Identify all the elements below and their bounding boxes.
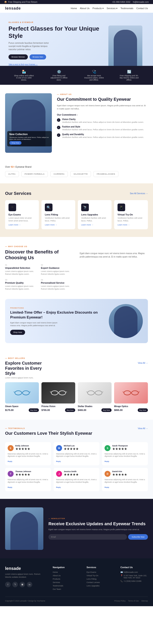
brand-power[interactable]: POWER FORMULA — [22, 171, 48, 177]
testimonial-3: S Sarah Thompson ★★★★★ Maecenas adipisci… — [102, 442, 148, 466]
new-collection-badge: New Collection Vestibulum facilisis veli… — [7, 131, 52, 146]
footer-brand: lensade Lorem viverra agique lorem nunc.… — [5, 566, 46, 592]
newsletter-title: Receive Exclusive Updates and Eyewear Tr… — [48, 521, 148, 526]
footer-nav-services[interactable]: Services — [53, 581, 80, 584]
nav-contact[interactable]: Contact Us — [136, 7, 148, 10]
browse-women-button[interactable]: Browse Women — [8, 54, 28, 60]
newsletter-email-input[interactable] — [48, 534, 127, 540]
terms-link[interactable]: Terms of Use — [128, 600, 139, 602]
footer-service-tryon[interactable]: Virtual Try-On — [86, 574, 114, 577]
nav-logo[interactable]: lensade — [5, 6, 21, 10]
brand-silhouette[interactable]: SILHOUETTE — [70, 171, 91, 177]
nav-home[interactable]: Home — [71, 7, 77, 10]
browse-men-button[interactable]: Browse Men — [30, 54, 46, 60]
view-all-bestsellers[interactable]: View All → — [138, 362, 148, 364]
buy-now-button-4[interactable]: Buy Now — [138, 408, 148, 412]
footer-bottom-links: Privacy Policy Terms of Use Sitemap — [114, 600, 148, 602]
reply-link-6[interactable]: Reply — [104, 486, 109, 488]
shop-now-button[interactable]: Shop Now — [9, 141, 22, 145]
brand-carrera[interactable]: CARRERA — [50, 171, 68, 177]
svg-line-14 — [102, 392, 103, 392]
testimonial-2: M Michael Lee ★★★★★ Maecenas adipiscing … — [54, 442, 100, 466]
learn-more-4[interactable]: Learn more → — [118, 224, 144, 226]
social-icons: f 𝕏 ▣ in — [5, 582, 46, 587]
product-name-2: Prisma Vision — [42, 405, 75, 408]
footer-nav-about[interactable]: About Us — [53, 574, 80, 577]
footer-nav-testimonials[interactable]: Testimonials — [53, 585, 80, 587]
glasses-svg-2 — [50, 390, 67, 396]
learn-more-3[interactable]: Learn more → — [81, 224, 108, 226]
svg-point-16 — [132, 391, 138, 395]
service-card-3[interactable]: 🔭 Lens Upgrades Vestibulum facilisis vel… — [78, 200, 112, 229]
nav-about[interactable]: About Us — [80, 7, 90, 10]
buy-now-button-3[interactable]: Buy Now — [101, 408, 112, 412]
testimonials-section: Testimonials Our Customers Love Their St… — [0, 420, 153, 499]
footer-nav-team[interactable]: Our Team — [53, 588, 80, 590]
sitemap-link[interactable]: Sitemap — [141, 600, 148, 602]
footer-logo[interactable]: lensade — [5, 566, 46, 571]
testimonial-6: D Daniel Kim ★★★★★ Maecenas adipiscing v… — [102, 468, 148, 491]
footer-nav-home[interactable]: Home — [53, 571, 80, 573]
new-collection-desc: Vestibulum facilisis velit amet lacus. P… — [9, 136, 50, 140]
learn-more-1[interactable]: Learn more → — [8, 224, 36, 226]
svg-point-11 — [95, 391, 102, 395]
reply-link-5[interactable]: Reply — [56, 486, 61, 488]
nav-testimonials[interactable]: Testimonials — [120, 7, 134, 10]
twitter-icon[interactable]: 𝕏 — [12, 582, 18, 587]
why-title-2: Expert Guidance — [41, 267, 74, 269]
privacy-policy-link[interactable]: Privacy Policy — [114, 600, 126, 602]
see-all-services[interactable]: See All Services → — [130, 192, 148, 194]
brands-section: Over 92+ Eyewear Brand ULTRA POWER FORMU… — [0, 161, 153, 183]
hero-image — [106, 26, 144, 66]
svg-line-3 — [14, 392, 15, 392]
brand-ultra[interactable]: ULTRA — [5, 171, 19, 177]
footer-service-fitting[interactable]: Lens Fitting — [86, 578, 114, 580]
view-all-testimonials[interactable]: View All → — [138, 427, 148, 430]
hero-quiz-link[interactable]: Take a quiz to find your Frames → — [8, 63, 38, 66]
footer-service-contacts[interactable]: Contact Lenses — [86, 581, 114, 584]
promo-image — [109, 304, 143, 338]
brands-title: Over 92+ Eyewear Brand — [5, 166, 148, 168]
promo-shop-now-button[interactable]: Shop Now — [10, 330, 25, 335]
email-text: hi@lensade.com — [133, 1, 149, 3]
learn-more-2[interactable]: Learn more → — [45, 224, 72, 226]
testimonials-row-1: E Emily Johnson ★★★★★ Maecenas adipiscin… — [5, 442, 148, 466]
reply-link-1[interactable]: Reply — [8, 460, 12, 462]
avatar-4: T — [8, 471, 14, 477]
review-text-4: Maecenas adipiscing velit sit amet cras … — [8, 478, 48, 484]
nav-products[interactable]: Products ▾ — [92, 7, 104, 10]
about-desc: Egeti diam congue neque nunc vel viverra… — [57, 104, 148, 110]
product-price-row-3: $465.00 Buy Now — [78, 408, 112, 412]
product-card-4: Mirage Optics $865.00 Buy Now — [114, 382, 148, 412]
reply-link-3[interactable]: Reply — [104, 460, 109, 462]
promo-person-illustration — [114, 306, 138, 338]
footer-service-exams[interactable]: Eye Exams — [86, 571, 114, 573]
service-card-1[interactable]: 👁 Eye Exams Lorem ipsum dolor sit amet l… — [5, 200, 39, 229]
product-price-2: $765.00 — [42, 409, 50, 411]
facebook-icon[interactable]: f — [5, 582, 10, 587]
linkedin-icon[interactable]: in — [27, 582, 32, 587]
service-card-2[interactable]: 🔍 Lens Fitting Vestibulum facilisis veli… — [42, 200, 75, 229]
nav-services[interactable]: Services ▾ — [107, 7, 118, 10]
subscribe-button[interactable]: Subscribe Now — [128, 534, 148, 540]
feature-2: ⚙️ Free fitting and adjustment in offlin… — [48, 70, 70, 81]
buy-now-button-2[interactable]: Buy Now — [65, 408, 75, 412]
why-feature-1: 01 Unparalleled Selection Lorem viverra … — [5, 264, 38, 275]
buy-now-button-1[interactable]: Buy Now — [29, 408, 39, 412]
reply-link-2[interactable]: Reply — [56, 460, 61, 462]
reply-link-4[interactable]: Reply — [8, 486, 12, 488]
product-card-1: Gleam Space $175.00 Buy Now — [5, 382, 39, 412]
testimonials-title: Our Customers Love Their Stylish Eyewear — [5, 431, 92, 436]
svg-point-5 — [51, 391, 58, 395]
shipping-icon: 📦 — [4, 1, 7, 3]
settings-icon: ⚙️ — [57, 70, 61, 74]
service-card-4[interactable]: 📱 Virtual Try-On Vestibulum facilisis ve… — [114, 200, 148, 229]
feature-1-text: Shop online and collect in one of our 10… — [14, 74, 35, 81]
footer-service-upgrades[interactable]: Lens Upgrades — [86, 585, 114, 587]
brand-frameglasses[interactable]: FrameGlasses — [94, 171, 118, 177]
instagram-icon[interactable]: ▣ — [20, 582, 25, 587]
footer-contact-title: Contact Us — [120, 566, 148, 568]
review-text-6: Maecenas adipiscing velit sit amet cras … — [104, 478, 145, 484]
footer-nav-products[interactable]: Products — [53, 578, 80, 580]
newsletter-section: Newsletter Receive Exclusive Updates and… — [0, 499, 153, 558]
